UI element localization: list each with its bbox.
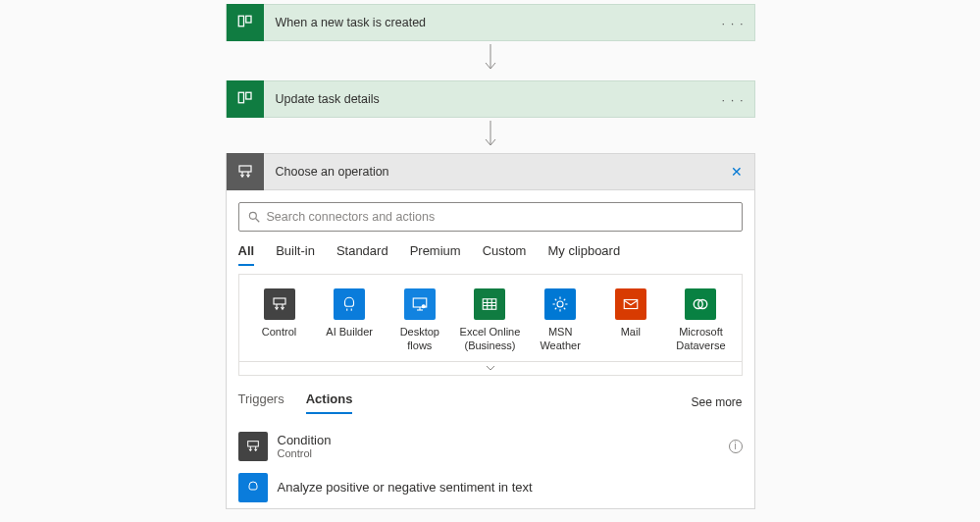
svg-rect-4 <box>245 92 250 99</box>
connector-desktop-flows[interactable]: Desktop flows <box>389 288 450 353</box>
ai-icon <box>238 473 268 502</box>
connector-ai-builder[interactable]: AI Builder <box>319 288 380 353</box>
flow-step-trigger[interactable]: When a new task is created · · · <box>226 4 755 41</box>
search-input[interactable] <box>267 210 734 224</box>
filter-tab-all[interactable]: All <box>238 243 255 266</box>
excel-icon <box>474 288 505 320</box>
connector-label: Mail <box>621 326 641 339</box>
control-icon <box>264 288 295 320</box>
planner-icon <box>227 4 264 41</box>
more-icon[interactable]: · · · <box>721 16 753 30</box>
connector-control[interactable]: Control <box>249 288 310 353</box>
tab-triggers[interactable]: Triggers <box>238 392 284 414</box>
svg-line-33 <box>564 299 566 301</box>
connector-label: Excel Online (Business) <box>459 326 520 353</box>
expand-connectors[interactable] <box>238 362 743 376</box>
svg-line-30 <box>555 299 557 301</box>
action-item-analyze-sentiment[interactable]: Analyze positive or negative sentiment i… <box>238 467 743 508</box>
weather-icon <box>544 288 576 320</box>
arrow-down-icon <box>484 118 497 153</box>
tab-actions[interactable]: Actions <box>306 392 353 414</box>
connectors-grid: Control AI Builder Desktop flows Excel O… <box>238 274 743 362</box>
connector-label: Control <box>262 326 296 339</box>
connector-label: Microsoft Dataverse <box>670 326 731 353</box>
filter-tab-custom[interactable]: Custom <box>483 243 527 266</box>
connector-excel-online[interactable]: Excel Online (Business) <box>459 288 520 353</box>
svg-rect-34 <box>624 300 638 309</box>
search-input-wrap[interactable] <box>238 202 743 232</box>
svg-point-19 <box>422 305 425 308</box>
step-title: Update task details <box>264 92 722 106</box>
action-subtitle: Control <box>278 447 332 459</box>
connector-msn-weather[interactable]: MSN Weather <box>530 288 591 353</box>
chevron-down-icon <box>486 365 495 371</box>
action-item-condition[interactable]: Condition Control i <box>238 426 743 467</box>
operation-icon <box>227 153 264 190</box>
choose-operation-title: Choose an operation <box>264 165 731 179</box>
svg-rect-0 <box>238 16 243 26</box>
action-list: Condition Control i Analyze positive or … <box>227 414 754 508</box>
connector-label: AI Builder <box>326 326 373 339</box>
svg-point-25 <box>557 301 563 307</box>
control-icon <box>238 432 268 461</box>
svg-rect-37 <box>247 441 258 445</box>
svg-point-9 <box>249 212 256 219</box>
filter-tab-premium[interactable]: Premium <box>410 243 461 266</box>
mail-icon <box>615 288 646 320</box>
operation-panel: All Built-in Standard Premium Custom My … <box>226 190 755 509</box>
arrow-down-icon <box>484 41 497 77</box>
search-icon <box>247 210 261 224</box>
desktop-icon <box>404 288 436 320</box>
svg-line-10 <box>255 219 259 223</box>
connector-label: Desktop flows <box>389 326 450 353</box>
svg-line-31 <box>564 308 566 310</box>
action-title: Condition <box>278 433 332 447</box>
choose-operation-header: Choose an operation ✕ <box>226 153 755 190</box>
connector-mail[interactable]: Mail <box>600 288 661 353</box>
filter-tab-standard[interactable]: Standard <box>336 243 388 266</box>
info-icon[interactable]: i <box>729 440 743 453</box>
connector-label: MSN Weather <box>530 326 591 353</box>
action-title: Analyze positive or negative sentiment i… <box>278 480 533 495</box>
filter-tab-clipboard[interactable]: My clipboard <box>547 243 620 266</box>
filter-tab-builtin[interactable]: Built-in <box>276 243 315 266</box>
dataverse-icon <box>685 288 716 320</box>
step-title: When a new task is created <box>264 16 722 29</box>
svg-rect-1 <box>245 16 250 23</box>
planner-icon <box>227 80 264 118</box>
close-icon[interactable]: ✕ <box>731 164 754 180</box>
svg-rect-6 <box>239 166 251 172</box>
filter-tabs: All Built-in Standard Premium Custom My … <box>227 239 754 266</box>
triggers-actions-tabs: Triggers Actions See more <box>227 376 754 414</box>
more-icon[interactable]: · · · <box>721 92 753 107</box>
connector-dataverse[interactable]: Microsoft Dataverse <box>670 288 731 353</box>
svg-line-32 <box>555 308 557 310</box>
flow-step-action[interactable]: Update task details · · · <box>226 80 755 118</box>
svg-rect-11 <box>274 298 285 304</box>
svg-rect-3 <box>238 92 243 103</box>
svg-rect-20 <box>484 299 497 310</box>
see-more-link[interactable]: See more <box>691 395 742 409</box>
ai-icon <box>334 288 365 320</box>
